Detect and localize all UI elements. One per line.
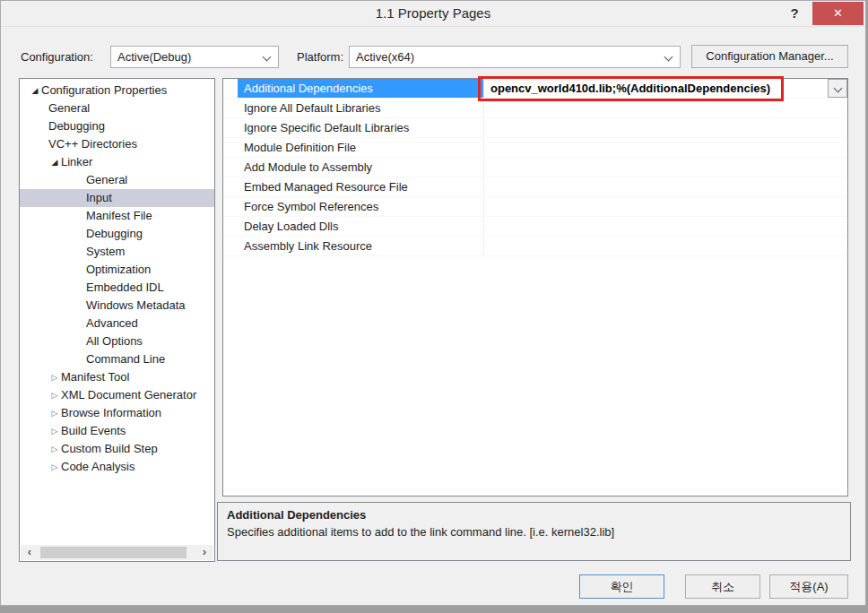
tree-item-system[interactable]: System	[20, 243, 214, 261]
chevron-down-icon	[263, 53, 272, 62]
value-dropdown-button[interactable]	[828, 79, 847, 98]
tree-expanded-icon[interactable]: ◢	[29, 82, 41, 99]
property-row-assembly-link-resource[interactable]: Assembly Link Resource	[223, 237, 847, 256]
property-row-delay-loaded-dlls[interactable]: Delay Loaded Dlls	[223, 217, 847, 237]
tree-collapsed-icon[interactable]: ▷	[48, 386, 61, 404]
cancel-button[interactable]: 취소	[685, 574, 760, 599]
property-value-cell[interactable]	[483, 197, 847, 216]
property-name-cell: Additional Dependencies	[238, 79, 483, 98]
tree-collapsed-icon[interactable]: ▷	[48, 422, 61, 440]
property-name-cell: Delay Loaded Dlls	[238, 217, 483, 236]
tree-item-label: Manifest Tool	[61, 368, 129, 386]
configuration-dropdown-value: Active(Debug)	[117, 50, 191, 64]
property-row-additional-dependencies[interactable]: Additional Dependenciesopencv_world410d.…	[223, 79, 847, 99]
tree-collapsed-icon[interactable]: ▷	[48, 368, 61, 386]
tree-item-configuration-properties[interactable]: ◢Configuration Properties	[20, 82, 214, 99]
tree-collapsed-icon[interactable]: ▷	[48, 440, 61, 458]
tree-item-label: All Options	[86, 332, 143, 350]
property-name-cell: Embed Managed Resource File	[238, 177, 483, 196]
titlebar[interactable]: 1.1 Property Pages ? ✕	[1, 1, 865, 27]
tree-item-custom-build-step[interactable]: ▷Custom Build Step	[20, 440, 214, 458]
desktop-area: 1.1 Property Pages ? ✕ Configuration: Ac…	[0, 0, 868, 613]
description-title: Additional Dependencies	[227, 508, 841, 522]
tree-item-label: Manifest File	[86, 207, 152, 225]
help-icon[interactable]: ?	[783, 1, 806, 25]
configuration-label: Configuration:	[21, 46, 93, 68]
tree-item-label: XML Document Generator	[61, 386, 196, 404]
property-description-panel: Additional Dependencies Specifies additi…	[217, 502, 851, 561]
scroll-left-icon[interactable]: ‹	[22, 545, 37, 560]
cancel-button-label: 취소	[711, 575, 734, 598]
property-row-ignore-all-default-libraries[interactable]: Ignore All Default Libraries	[223, 99, 847, 118]
tree-root: ◢Configuration PropertiesGeneralDebuggin…	[20, 82, 214, 476]
ok-button-label: 확인	[611, 575, 634, 598]
tree-item-debugging[interactable]: Debugging	[20, 117, 214, 135]
description-text: Specifies additional items to add to the…	[227, 525, 841, 539]
property-name-cell: Force Symbol References	[238, 197, 483, 216]
property-value-cell[interactable]	[483, 237, 847, 255]
property-row-embed-managed-resource-file[interactable]: Embed Managed Resource File	[223, 177, 847, 197]
tree-item-label: Embedded IDL	[86, 279, 164, 297]
platform-label: Platform:	[297, 46, 343, 68]
property-row-module-definition-file[interactable]: Module Definition File	[223, 138, 847, 158]
tree-item-general[interactable]: General	[20, 171, 214, 189]
property-row-add-module-to-assembly[interactable]: Add Module to Assembly	[223, 158, 847, 177]
tree-item-command-line[interactable]: Command Line	[20, 350, 214, 368]
property-value-cell[interactable]	[483, 158, 847, 177]
tree-collapsed-icon[interactable]: ▷	[48, 458, 61, 476]
property-name-cell: Assembly Link Resource	[238, 237, 483, 255]
tree-item-browse-information[interactable]: ▷Browse Information	[20, 404, 214, 422]
property-name-cell: Ignore All Default Libraries	[238, 99, 483, 117]
property-value-cell[interactable]	[483, 99, 847, 117]
tree-expanded-icon[interactable]: ◢	[48, 153, 61, 171]
property-name-cell: Add Module to Assembly	[238, 158, 483, 177]
close-icon[interactable]: ✕	[812, 2, 864, 25]
tree-item-all-options[interactable]: All Options	[20, 332, 214, 350]
property-value-cell[interactable]	[483, 138, 847, 157]
tree-item-manifest-tool[interactable]: ▷Manifest Tool	[20, 368, 214, 386]
property-value-cell[interactable]	[483, 177, 847, 196]
tree-horizontal-scrollbar[interactable]: ‹ ›	[21, 545, 213, 560]
configuration-tree-panel: ◢Configuration PropertiesGeneralDebuggin…	[19, 78, 215, 562]
grid-root: Additional Dependenciesopencv_world410d.…	[223, 79, 847, 256]
tree-item-linker[interactable]: ◢Linker	[20, 153, 214, 171]
tree-item-label: Command Line	[86, 350, 165, 368]
scrollbar-thumb[interactable]	[40, 547, 187, 558]
configuration-dropdown[interactable]: Active(Debug)	[110, 46, 279, 68]
scroll-right-icon[interactable]: ›	[197, 545, 212, 560]
tree-item-build-events[interactable]: ▷Build Events	[20, 422, 214, 440]
tree-item-advanced[interactable]: Advanced	[20, 315, 214, 332]
tree-item-vc-directories[interactable]: VC++ Directories	[20, 135, 214, 153]
apply-button-label: 적용(A)	[789, 575, 828, 598]
tree-item-label: Custom Build Step	[61, 440, 158, 458]
platform-dropdown[interactable]: Active(x64)	[349, 46, 681, 68]
tree-item-label: VC++ Directories	[48, 135, 137, 153]
tree-item-xml-document-generator[interactable]: ▷XML Document Generator	[20, 386, 214, 404]
tree-item-label: Code Analysis	[61, 458, 135, 476]
tree-item-label: Input	[86, 189, 112, 207]
tree-item-label: Advanced	[86, 315, 138, 332]
tree-item-optimization[interactable]: Optimization	[20, 261, 214, 279]
property-row-ignore-specific-default-libraries[interactable]: Ignore Specific Default Libraries	[223, 118, 847, 138]
property-row-force-symbol-references[interactable]: Force Symbol References	[223, 197, 847, 217]
tree-item-windows-metadata[interactable]: Windows Metadata	[20, 297, 214, 315]
tree-item-label: Debugging	[86, 225, 143, 243]
dialog-title: 1.1 Property Pages	[1, 1, 865, 26]
ok-button[interactable]: 확인	[579, 574, 664, 599]
property-value-cell[interactable]	[483, 118, 847, 137]
configuration-manager-button[interactable]: Configuration Manager...	[691, 45, 848, 68]
tree-collapsed-icon[interactable]: ▷	[48, 404, 61, 422]
tree-item-embedded-idl[interactable]: Embedded IDL	[20, 279, 214, 297]
tree-item-input[interactable]: Input	[20, 189, 214, 207]
property-value-cell[interactable]	[483, 217, 847, 236]
property-value-cell[interactable]: opencv_world410d.lib;%(AdditionalDepende…	[483, 79, 847, 98]
apply-button[interactable]: 적용(A)	[769, 574, 848, 599]
tree-item-manifest-file[interactable]: Manifest File	[20, 207, 214, 225]
platform-dropdown-value: Active(x64)	[356, 50, 414, 64]
tree-item-debugging[interactable]: Debugging	[20, 225, 214, 243]
property-name-cell: Ignore Specific Default Libraries	[238, 118, 483, 137]
chevron-down-icon	[834, 84, 843, 93]
tree-item-code-analysis[interactable]: ▷Code Analysis	[20, 458, 214, 476]
tree-item-general[interactable]: General	[20, 99, 214, 117]
tree-item-label: Build Events	[61, 422, 126, 440]
